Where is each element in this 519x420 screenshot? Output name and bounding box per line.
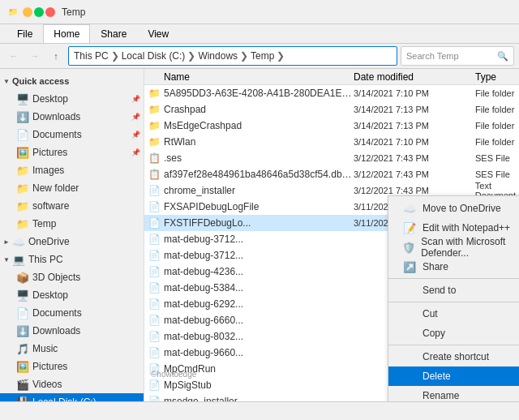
downloads-pc-icon: ⬇️ xyxy=(16,324,29,337)
txt-icon: 📄 xyxy=(148,233,161,246)
table-row[interactable]: 📋 .ses 3/12/2021 7:43 PM SES File xyxy=(144,150,519,166)
expand-icon-od: ► xyxy=(3,238,10,246)
ctx-cut[interactable]: Cut xyxy=(388,304,519,324)
music-icon: 🎵 xyxy=(16,342,29,355)
ctx-sep-2 xyxy=(388,302,519,302)
content-area: Name Date modified Type 📁 5A895DD3-A63E-… xyxy=(144,69,519,401)
col-name[interactable]: Name xyxy=(148,71,354,83)
table-row[interactable]: 📋 af397ef28e484961ba48646a5d38cf54.db.se… xyxy=(144,166,519,182)
sidebar-item-downloads[interactable]: ⬇️ Downloads 📌 xyxy=(0,108,144,126)
txt-icon: 📄 xyxy=(148,249,161,262)
sidebar-this-pc[interactable]: ▼ 💻 This PC xyxy=(0,251,144,268)
txt-icon: 📄 xyxy=(148,330,161,343)
desktop-pc-icon: 🖥️ xyxy=(16,289,29,302)
title-text: Temp xyxy=(62,6,85,18)
folder-icon: 📁 xyxy=(148,119,161,132)
bc-sep-4: ❯ xyxy=(277,50,285,62)
sidebar-item-software[interactable]: 📁 software xyxy=(0,197,144,215)
send-to-icon xyxy=(401,282,418,298)
ctx-edit-notepad[interactable]: 📝 Edit with Notepad++ xyxy=(388,218,519,238)
txt-icon: 📄 xyxy=(148,395,161,401)
sidebar-item-images[interactable]: 📁 Images xyxy=(0,161,144,179)
sidebar-item-3d-objects[interactable]: 📦 3D Objects xyxy=(0,268,144,286)
ctx-create-shortcut[interactable]: Create shortcut xyxy=(388,347,519,366)
documents-icon: 📄 xyxy=(16,128,29,141)
bc-sep-1: ❯ xyxy=(111,50,119,62)
sidebar-item-music[interactable]: 🎵 Music xyxy=(0,340,144,358)
folder-icon: 📁 xyxy=(148,103,161,116)
ribbon-tabs: File Home Share View xyxy=(0,24,519,43)
sidebar-item-local-disk-c[interactable]: 💾 Local Disk (C:) xyxy=(0,393,144,401)
ses-icon: 📋 xyxy=(148,152,161,165)
table-row[interactable]: 📁 RtWlan 3/14/2021 7:10 PM File folder xyxy=(144,134,519,150)
bc-this-pc[interactable]: This PC xyxy=(74,50,109,62)
pin-icon: 📌 xyxy=(131,95,140,103)
ctx-scan-defender[interactable]: 🛡️ Scan with Microsoft Defender... xyxy=(388,238,519,257)
forward-button[interactable]: → xyxy=(26,47,44,65)
ctx-move-to-onedrive[interactable]: ☁️ Move to OneDrive xyxy=(388,199,519,218)
sidebar-item-documents-pc[interactable]: 📄 Documents xyxy=(0,304,144,322)
shortcut-icon xyxy=(401,349,418,365)
txt-icon: 📄 xyxy=(148,216,161,229)
delete-icon xyxy=(401,368,418,384)
bc-windows[interactable]: Windows xyxy=(198,50,238,62)
sidebar-quick-access[interactable]: ▼ Quick access xyxy=(0,72,144,90)
tab-share[interactable]: Share xyxy=(90,24,137,43)
sidebar-item-temp[interactable]: 📁 Temp xyxy=(0,215,144,233)
software-icon: 📁 xyxy=(16,199,29,212)
sidebar-onedrive[interactable]: ► ☁️ OneDrive xyxy=(0,233,144,251)
address-bar: ← → ↑ This PC ❯ Local Disk (C:) ❯ Window… xyxy=(0,44,519,69)
defender-icon: 🛡️ xyxy=(401,239,416,255)
tab-view[interactable]: View xyxy=(137,24,179,43)
sidebar-item-desktop-pc[interactable]: 🖥️ Desktop xyxy=(0,286,144,304)
ctx-send-to[interactable]: Send to ❯ xyxy=(388,281,519,300)
tab-home[interactable]: Home xyxy=(43,24,90,43)
sidebar-item-desktop[interactable]: 🖥️ Desktop 📌 xyxy=(0,90,144,108)
ctx-share[interactable]: ↗️ Share xyxy=(388,257,519,276)
breadcrumb[interactable]: This PC ❯ Local Disk (C:) ❯ Windows ❯ Te… xyxy=(68,46,397,66)
bc-sep-2: ❯ xyxy=(187,50,195,62)
sidebar-item-documents[interactable]: 📄 Documents 📌 xyxy=(0,126,144,144)
ctx-delete[interactable]: Delete xyxy=(388,366,519,386)
tab-file[interactable]: File xyxy=(6,24,43,43)
close-btn[interactable] xyxy=(45,7,55,17)
txt-icon: 📄 xyxy=(148,281,161,294)
sidebar-item-new-folder[interactable]: 📁 New folder xyxy=(0,179,144,197)
bc-local-disk[interactable]: Local Disk (C:) xyxy=(122,50,186,62)
status-bar xyxy=(0,401,519,419)
minimize-btn[interactable] xyxy=(23,7,32,17)
up-button[interactable]: ↑ xyxy=(47,47,65,65)
sidebar-item-pictures-pc[interactable]: 🖼️ Pictures xyxy=(0,358,144,375)
table-row[interactable]: 📁 MsEdgeCrashpad 3/14/2021 7:13 PM File … xyxy=(144,118,519,134)
maximize-btn[interactable] xyxy=(34,7,44,17)
col-date[interactable]: Date modified xyxy=(354,71,475,83)
folder-icon: 📁 xyxy=(148,135,161,148)
rename-icon xyxy=(401,388,418,401)
col-type[interactable]: Type xyxy=(475,71,516,83)
search-box[interactable]: Search Temp 🔍 xyxy=(401,46,514,66)
txt-icon: 📄 xyxy=(148,298,161,311)
table-row[interactable]: 📁 5A895DD3-A63E-4208-A41B-280DEA1E26BE-S… xyxy=(144,85,519,101)
ctx-sep-3 xyxy=(388,345,519,345)
watermark: ©howtoedge xyxy=(151,370,196,379)
table-row[interactable]: 📁 Crashpad 3/14/2021 7:13 PM File folder xyxy=(144,101,519,118)
bc-temp[interactable]: Temp xyxy=(251,50,274,62)
this-pc-label: This PC xyxy=(28,254,63,265)
txt-icon: 📄 xyxy=(148,184,161,197)
txt-icon: 📄 xyxy=(148,379,161,392)
sidebar-item-downloads-pc[interactable]: ⬇️ Downloads xyxy=(0,322,144,340)
bc-sep-3: ❯ xyxy=(240,50,248,62)
ctx-copy[interactable]: Copy xyxy=(388,324,519,343)
sidebar: ▼ Quick access 🖥️ Desktop 📌 ⬇️ Downloads… xyxy=(0,69,144,401)
sidebar-item-videos[interactable]: 🎬 Videos xyxy=(0,375,144,393)
cut-icon xyxy=(401,306,418,322)
onedrive-ctx-icon: ☁️ xyxy=(401,200,418,216)
search-placeholder: Search Temp xyxy=(406,51,459,61)
sidebar-item-pictures[interactable]: 🖼️ Pictures 📌 xyxy=(0,144,144,161)
column-headers: Name Date modified Type xyxy=(144,69,519,85)
expand-icon-pc: ▼ xyxy=(3,256,10,264)
folder-icon: 📁 xyxy=(148,87,161,100)
back-button[interactable]: ← xyxy=(5,47,23,65)
local-disk-c-icon: 💾 xyxy=(16,396,29,401)
ctx-rename[interactable]: Rename xyxy=(388,386,519,401)
